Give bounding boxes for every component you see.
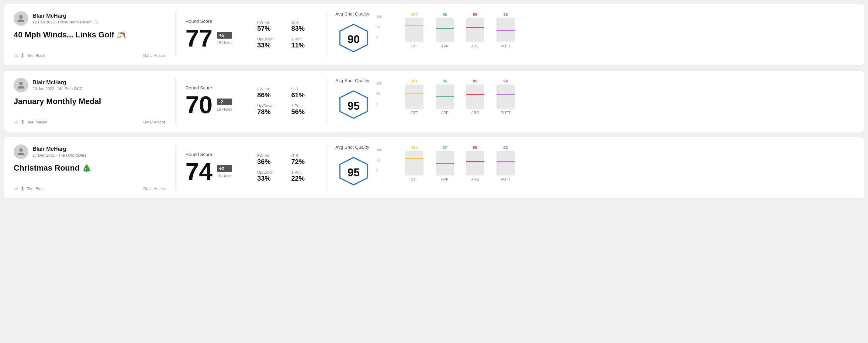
score-badge-col: +5 18 Holes [217,32,232,45]
bar-fill-bg [466,94,484,109]
holes-text: 18 Holes [217,107,232,112]
bar-col-arg: 95 ARG [466,145,484,182]
user-details: Blair McHarg 12 Feb 2022 · Royal North D… [33,13,98,24]
stat-updown-label: Up/Down [257,170,284,175]
stats-section: FW Hit 86% GIR 61% Up/Down 78% 1 Putt 56… [257,78,318,124]
divider-1 [176,78,176,124]
quality-label: Avg Shot Quality [335,78,369,83]
bar-col-putt: 93 PUTT [496,145,515,182]
stat-gir-value: 61% [291,91,318,99]
bar-fill-bg [496,161,515,176]
bar-wrapper-arg [466,85,484,109]
divider-2 [327,11,327,58]
stat-gir-label: GIR [291,87,318,91]
weather-icon: ☁️ [14,120,19,124]
tee-icon: 🏌️ [20,186,25,191]
bar-wrapper-app [436,18,454,42]
stat-fw-hit: FW Hit 36% [257,153,284,166]
tee-label: Tee: Blue [27,186,43,191]
user-date: 27 Dec 2021 · The Oxfordshire [33,153,87,157]
bar-wrapper-putt [496,18,515,42]
bar-fill-bg [436,163,454,176]
bar-value-putt: 82 [503,12,508,17]
bar-col-app: 86 APP [436,79,454,115]
bar-label-ott: OTT [411,177,418,182]
divider-1 [176,11,176,58]
tee-info: ☁️ 🏌️ Tee: Blue [14,186,43,191]
bar-col-arg: 96 ARG [466,79,484,115]
bar-wrapper-putt [496,85,515,109]
bar-marker-app [436,96,454,97]
score-row: 70 -2 18 Holes [185,93,252,117]
round-card-round1: Blair McHarg 12 Feb 2022 · Royal North D… [4,4,864,65]
bar-fill-bg [405,93,424,109]
hexagon-score: 90 [347,33,360,46]
bar-col-app: 95 APP [436,12,454,48]
stat-fw-hit-label: FW Hit [257,87,284,91]
holes-text: 18 Holes [217,40,232,45]
bar-value-app: 95 [443,12,447,17]
bar-fill-bg [466,27,484,42]
user-icon [17,14,25,23]
bar-marker-putt [496,94,515,95]
bar-label-putt: PUTT [501,44,510,48]
left-section: Blair McHarg 12 Feb 2022 · Royal North D… [14,11,166,58]
bar-wrapper-ott [405,85,424,109]
tee-label: Tee: Black [27,53,45,58]
score-badge: +5 [217,32,232,39]
bar-col-ott: 110 OTT [405,145,424,182]
divider-1 [176,145,176,191]
bar-fill-bg [405,25,424,42]
stat-oneputt-label: 1 Putt [291,170,318,175]
user-info: Blair McHarg 29 Jan 2022 · Mill Ride GCC [14,78,166,92]
bar-label-ott: OTT [411,44,418,48]
user-info: Blair McHarg 27 Dec 2021 · The Oxfordshi… [14,145,166,159]
footer-info: ☁️ 🏌️ Tee: Black Data: Arccos [14,53,166,58]
stat-fw-hit-label: FW Hit [257,20,284,25]
bar-label-ott: OTT [411,111,418,115]
bar-wrapper-putt [496,151,515,176]
chart-y-axis: 100 50 0 [376,15,382,39]
bar-fill-bg [436,96,454,109]
round-title: January Monthly Medal [14,97,166,106]
quality-label: Avg Shot Quality [335,145,369,150]
bar-label-arg: ARG [471,44,479,48]
tee-info: ☁️ 🏌️ Tee: Black [14,53,45,58]
bar-marker-arg [466,27,484,28]
bar-marker-putt [496,161,515,162]
bar-value-arg: 95 [473,145,477,150]
user-date: 29 Jan 2022 · Mill Ride GCC [33,86,83,91]
chart-section: 100 50 0 110 OTT 87 APP [384,145,854,191]
bar-marker-arg [466,94,484,95]
user-icon [17,148,25,156]
bar-fill-bg [466,161,484,176]
footer-info: ☁️ 🏌️ Tee: Blue Data: Arccos [14,186,166,191]
weather-icon: ☁️ [14,186,19,191]
stat-gir: GIR 72% [291,153,318,166]
tee-icon: 🏌️ [20,120,25,124]
stat-updown: Up/Down 78% [257,103,284,116]
bar-value-ott: 110 [411,145,418,150]
user-icon [17,81,25,89]
stat-gir-value: 72% [291,158,318,166]
round-card-round3: Blair McHarg 27 Dec 2021 · The Oxfordshi… [4,137,864,198]
hexagon-score: 95 [347,166,360,179]
bar-value-arg: 98 [473,12,477,17]
bar-label-app: APP [441,44,448,48]
y-mid: 50 [376,92,382,95]
score-badge: -2 [217,98,232,105]
stat-gir-label: GIR [291,20,318,25]
stat-fw-hit-value: 86% [257,91,284,99]
y-top: 100 [376,82,382,85]
bar-wrapper-arg [466,18,484,42]
chart-section: 100 50 0 101 OTT 86 APP [384,78,854,124]
score-badge: +2 [217,165,232,172]
user-name: Blair McHarg [33,13,98,19]
left-section: Blair McHarg 29 Jan 2022 · Mill Ride GCC… [14,78,166,124]
bar-col-putt: 82 PUTT [496,12,515,48]
bar-label-putt: PUTT [501,111,510,115]
divider-2 [327,78,327,124]
stat-updown: Up/Down 33% [257,170,284,182]
stat-oneputt: 1 Putt 56% [291,103,318,116]
avatar [14,11,28,26]
